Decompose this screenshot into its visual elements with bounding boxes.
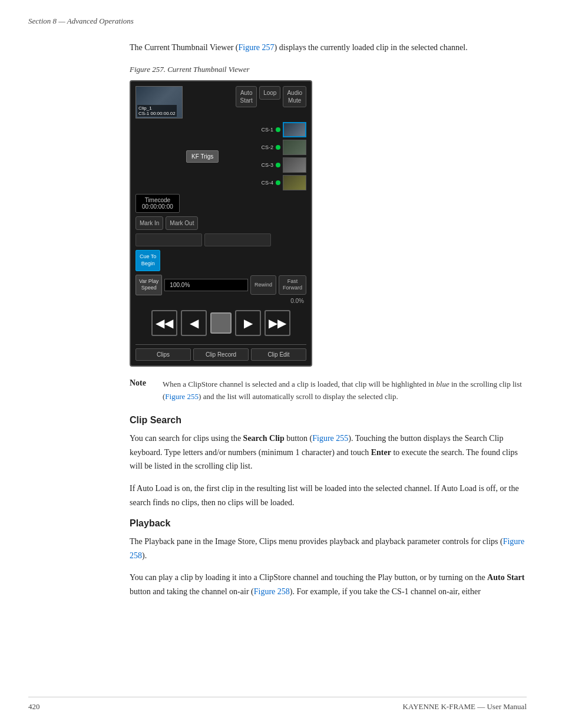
page-number: 420 <box>28 702 40 711</box>
figure-caption: Figure 257. Current Thumbnail Viewer <box>130 65 527 74</box>
empty-btn-1 <box>135 233 202 246</box>
play-button[interactable]: ▶ <box>235 310 261 336</box>
note-italic: blue <box>436 380 449 388</box>
manual-name: KAYENNE K-FRAME — User Manual <box>403 702 527 711</box>
var-play-speed-row: Var Play Speed 100.0% Rewind Fast Forwar… <box>135 275 306 295</box>
auto-start-bold: Auto Start <box>487 573 524 582</box>
top-buttons-group: Auto Start Loop Audio Mute <box>236 86 306 107</box>
cs-1-indicator <box>276 127 280 132</box>
cs-4-thumbnail[interactable] <box>283 175 306 190</box>
rewind-button[interactable]: Rewind <box>250 275 276 295</box>
clip-record-tab[interactable]: Clip Record <box>193 348 249 361</box>
playback-heading: Playback <box>130 518 527 529</box>
playback-para2: You can play a clip by loading it into a… <box>130 571 527 599</box>
playback-text2c: ). For example, if you take the CS-1 cha… <box>290 587 481 596</box>
note-text: When a ClipStore channel is selected and… <box>163 378 527 403</box>
cs-2-item: CS-2 <box>260 140 306 155</box>
note-text-3: ) and the list will automatically scroll… <box>199 392 398 401</box>
timecode-label: Timecode <box>142 197 173 203</box>
playback-text2: You can play a clip by loading it into a… <box>130 573 487 582</box>
clips-tab[interactable]: Clips <box>135 348 191 361</box>
playback-text2b: button and taking the channel on-air ( <box>130 587 254 596</box>
mark-out-button[interactable]: Mark Out <box>166 216 198 230</box>
figure-255-link-note[interactable]: Figure 255 <box>165 392 199 401</box>
skip-to-start-button[interactable]: ◀◀ <box>151 310 177 336</box>
timecode-row: Timecode 00:00:00:00 <box>135 194 306 213</box>
figure-258-link-2[interactable]: Figure 258 <box>254 587 290 596</box>
note-text-1: When a ClipStore channel is selected and… <box>163 380 436 388</box>
kf-trigs-button[interactable]: KF Trigs <box>186 150 219 163</box>
section-label: Section 8 — Advanced Operations <box>28 17 134 25</box>
clip-search-para1: You can search for clips using the Searc… <box>130 431 527 473</box>
panel-top-row: Clip_1CS-1 00:00:00.02 Auto Start Loop A… <box>135 86 306 118</box>
cs-3-indicator <box>276 163 280 167</box>
cs-2-label: CS-2 <box>260 144 273 150</box>
intro-paragraph: The Current Thumbnail Viewer (Figure 257… <box>130 41 527 54</box>
rewind-transport-button[interactable]: ◀ <box>181 310 207 336</box>
auto-start-button[interactable]: Auto Start <box>236 86 257 107</box>
enter-bold: Enter <box>371 448 391 457</box>
figure-255-link[interactable]: Figure 255 <box>312 434 348 443</box>
panel-middle-section: Timecode 00:00:00:00 Mark In Mark Out Cu… <box>135 194 306 307</box>
intro-text2: ) displays the currently loaded clip in … <box>275 43 468 52</box>
cs-1-thumbnail[interactable] <box>283 122 306 137</box>
cs-2-indicator <box>276 145 280 150</box>
clip-search-heading: Clip Search <box>130 415 527 426</box>
cs-channels-column: CS-1 CS-2 CS-3 CS-4 <box>260 122 306 190</box>
cs-1-label: CS-1 <box>260 127 273 133</box>
playback-para1: The Playback pane in the Image Store, Cl… <box>130 535 527 563</box>
current-thumbnail-viewer: Clip_1CS-1 00:00:00.02 Auto Start Loop A… <box>130 80 312 367</box>
figure-257-link-intro[interactable]: Figure 257 <box>238 43 274 52</box>
playback-text1b: ). <box>142 551 147 560</box>
note-label: Note <box>130 378 153 403</box>
search-clip-bold: Search Clip <box>243 434 285 443</box>
cs-3-label: CS-3 <box>260 162 273 168</box>
skip-to-end-button[interactable]: ▶▶ <box>265 310 290 336</box>
cs-4-item: CS-4 <box>260 175 306 190</box>
kf-trigs-row: KF Trigs CS-1 CS-2 CS-3 <box>135 122 306 190</box>
timecode-value: 00:00:00:00 <box>142 203 173 210</box>
speed-display: 100.0% <box>164 279 248 291</box>
cue-row: Cue To Begin <box>135 250 306 271</box>
clip-search-text1: You can search for clips using the <box>130 434 243 443</box>
cs-4-label: CS-4 <box>260 180 273 186</box>
thumbnail-area: Clip_1CS-1 00:00:00.02 <box>135 86 183 118</box>
fast-forward-button[interactable]: Fast Forward <box>279 275 306 295</box>
loop-button[interactable]: Loop <box>259 86 280 100</box>
slider-value: 0.0% <box>290 298 304 304</box>
playback-text1: The Playback pane in the Image Store, Cl… <box>130 537 503 546</box>
var-play-speed-button[interactable]: Var Play Speed <box>135 275 162 295</box>
page-footer: 420 KAYENNE K-FRAME — User Manual <box>28 697 527 711</box>
mark-in-button[interactable]: Mark In <box>135 216 163 230</box>
audio-mute-button[interactable]: Audio Mute <box>283 86 306 107</box>
bottom-tabs: Clips Clip Record Clip Edit <box>135 344 306 361</box>
clip-edit-tab[interactable]: Clip Edit <box>251 348 306 361</box>
panel-left-controls: Timecode 00:00:00:00 Mark In Mark Out Cu… <box>135 194 306 307</box>
cs-3-item: CS-3 <box>260 157 306 173</box>
cue-to-begin-button[interactable]: Cue To Begin <box>135 250 160 271</box>
main-content: The Current Thumbnail Viewer (Figure 257… <box>130 41 527 607</box>
page-section-header: Section 8 — Advanced Operations <box>28 17 134 26</box>
clip-search-para2: If Auto Load is on, the first clip in th… <box>130 482 527 510</box>
empty-btn-2 <box>204 233 271 246</box>
stop-button[interactable] <box>210 312 232 334</box>
mark-buttons-row: Mark In Mark Out <box>135 216 306 230</box>
timecode-display: Timecode 00:00:00:00 <box>135 194 180 213</box>
cs-3-thumbnail[interactable] <box>283 157 306 173</box>
note-section: Note When a ClipStore channel is selecte… <box>130 378 527 403</box>
thumbnail-label: Clip_1CS-1 00:00:00.02 <box>137 105 177 117</box>
cs-4-indicator <box>276 180 280 185</box>
empty-buttons-row <box>135 233 306 246</box>
slider-row: 0.0% <box>135 298 306 304</box>
cs-1-item: CS-1 <box>260 122 306 137</box>
figure-caption-text: Figure 257. Current Thumbnail Viewer <box>130 65 250 74</box>
cs-2-thumbnail[interactable] <box>283 140 306 155</box>
clip-search-text1b: button ( <box>285 434 312 443</box>
intro-text1: The Current Thumbnail Viewer ( <box>130 43 238 52</box>
transport-controls-row: ◀◀ ◀ ▶ ▶▶ <box>135 307 306 340</box>
